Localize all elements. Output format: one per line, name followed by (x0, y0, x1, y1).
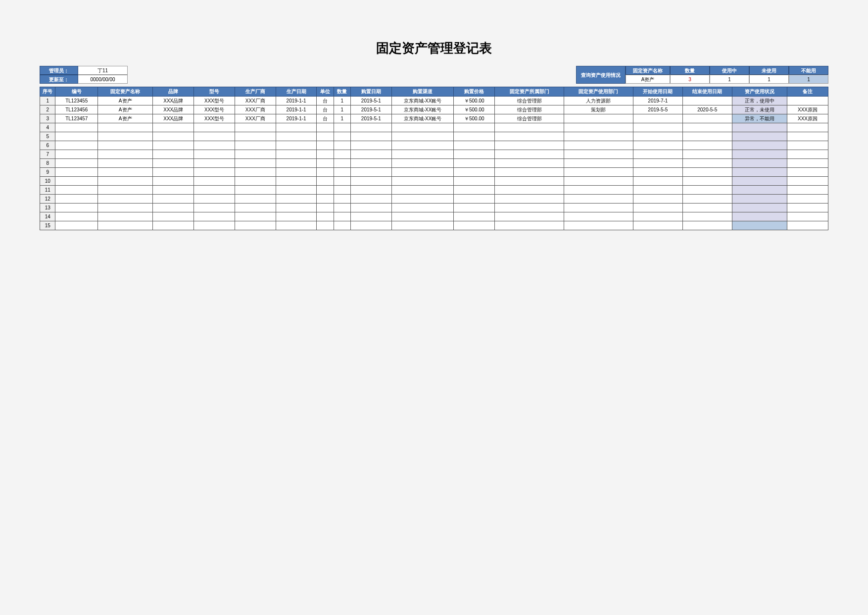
table-cell[interactable] (334, 132, 350, 141)
table-cell[interactable] (564, 186, 633, 195)
table-cell[interactable] (682, 132, 732, 141)
table-cell[interactable] (153, 195, 194, 204)
table-cell[interactable] (633, 204, 682, 212)
table-cell[interactable] (98, 141, 153, 150)
table-cell[interactable] (787, 221, 828, 230)
table-cell[interactable] (495, 186, 564, 195)
table-cell[interactable] (276, 132, 317, 141)
table-cell[interactable] (732, 221, 787, 230)
table-cell[interactable] (276, 186, 317, 195)
table-cell[interactable] (454, 204, 495, 212)
table-row[interactable]: 7 (40, 150, 828, 159)
table-row[interactable]: 6 (40, 141, 828, 150)
table-cell[interactable] (235, 123, 276, 132)
table-cell[interactable]: 2019-5-1 (350, 97, 391, 105)
table-cell[interactable] (98, 195, 153, 204)
table-cell[interactable] (153, 123, 194, 132)
table-cell[interactable] (334, 204, 350, 212)
table-cell[interactable] (317, 123, 334, 132)
table-cell[interactable] (317, 141, 334, 150)
table-cell[interactable] (495, 212, 564, 221)
table-cell[interactable] (391, 123, 454, 132)
asset-table[interactable]: 序号编号固定资产名称品牌型号生产厂商生产日期单位数量购置日期购置渠道购置价格固定… (40, 87, 828, 230)
table-cell[interactable] (787, 204, 828, 212)
table-cell[interactable] (153, 150, 194, 159)
table-cell[interactable] (317, 168, 334, 177)
table-cell[interactable] (98, 204, 153, 212)
table-cell[interactable] (235, 150, 276, 159)
table-cell[interactable] (55, 132, 98, 141)
table-cell[interactable]: XXX厂商 (235, 97, 276, 105)
table-cell[interactable] (317, 212, 334, 221)
table-row[interactable]: 15 (40, 221, 828, 230)
table-cell[interactable]: 异常，不能用 (732, 114, 787, 123)
table-cell[interactable] (391, 186, 454, 195)
table-cell[interactable] (153, 141, 194, 150)
table-cell[interactable] (350, 195, 391, 204)
table-cell[interactable] (732, 212, 787, 221)
table-cell[interactable] (682, 97, 732, 105)
table-cell[interactable] (98, 212, 153, 221)
table-cell[interactable] (98, 177, 153, 186)
table-cell[interactable] (55, 195, 98, 204)
table-cell[interactable] (235, 186, 276, 195)
table-cell[interactable] (235, 177, 276, 186)
table-cell[interactable]: 2019-7-1 (633, 97, 682, 105)
table-cell[interactable]: 正常，未使用 (732, 105, 787, 114)
table-cell[interactable] (350, 212, 391, 221)
table-cell[interactable]: A资产 (98, 105, 153, 114)
table-cell[interactable] (564, 204, 633, 212)
table-cell[interactable] (495, 195, 564, 204)
table-cell[interactable]: XXX型号 (194, 105, 235, 114)
table-cell[interactable] (317, 221, 334, 230)
table-cell[interactable] (153, 132, 194, 141)
table-cell[interactable] (276, 195, 317, 204)
table-cell[interactable] (732, 168, 787, 177)
table-cell[interactable]: 京东商城-XX账号 (391, 105, 454, 114)
table-cell[interactable] (98, 186, 153, 195)
table-cell[interactable] (454, 123, 495, 132)
table-cell[interactable] (276, 141, 317, 150)
table-cell[interactable] (495, 168, 564, 177)
table-cell[interactable] (633, 114, 682, 123)
table-cell[interactable]: 2020-5-5 (682, 105, 732, 114)
table-cell[interactable]: 2019-1-1 (276, 97, 317, 105)
table-cell[interactable]: XXX型号 (194, 97, 235, 105)
table-cell[interactable] (55, 186, 98, 195)
table-cell[interactable] (495, 221, 564, 230)
table-cell[interactable] (334, 168, 350, 177)
table-cell[interactable] (317, 204, 334, 212)
table-cell[interactable]: XXX原因 (787, 114, 828, 123)
table-cell[interactable] (235, 159, 276, 168)
table-cell[interactable] (334, 221, 350, 230)
table-cell[interactable] (276, 177, 317, 186)
table-cell[interactable]: TL123455 (55, 97, 98, 105)
table-cell[interactable] (391, 150, 454, 159)
table-cell[interactable]: 2019-5-1 (350, 105, 391, 114)
table-cell[interactable] (317, 177, 334, 186)
table-cell[interactable]: 人力资源部 (564, 97, 633, 105)
table-cell[interactable] (194, 221, 235, 230)
table-cell[interactable] (732, 186, 787, 195)
table-cell[interactable] (98, 159, 153, 168)
table-cell[interactable] (682, 168, 732, 177)
table-cell[interactable] (454, 150, 495, 159)
table-cell[interactable] (495, 177, 564, 186)
table-cell[interactable] (682, 177, 732, 186)
table-cell[interactable] (732, 159, 787, 168)
table-cell[interactable] (495, 141, 564, 150)
table-cell[interactable] (334, 212, 350, 221)
table-cell[interactable]: 综合管理部 (495, 105, 564, 114)
table-cell[interactable] (454, 212, 495, 221)
table-cell[interactable] (682, 195, 732, 204)
table-cell[interactable] (564, 168, 633, 177)
table-cell[interactable] (153, 159, 194, 168)
table-cell[interactable] (682, 159, 732, 168)
table-cell[interactable]: 2019-5-5 (633, 105, 682, 114)
table-cell[interactable] (55, 168, 98, 177)
table-cell[interactable] (787, 177, 828, 186)
table-cell[interactable] (391, 159, 454, 168)
table-cell[interactable] (787, 123, 828, 132)
table-cell[interactable] (391, 177, 454, 186)
table-cell[interactable] (564, 150, 633, 159)
